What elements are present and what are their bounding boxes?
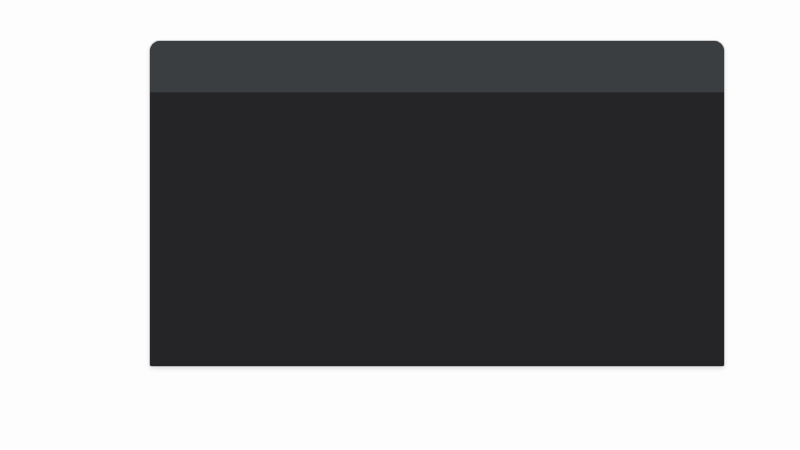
main-toolbar bbox=[150, 41, 724, 93]
desktop-background: app Pixel 4a (5G) API 30 bbox=[0, 0, 800, 450]
editor-content-area bbox=[150, 94, 724, 366]
android-studio-window: app Pixel 4a (5G) API 30 bbox=[150, 41, 724, 366]
